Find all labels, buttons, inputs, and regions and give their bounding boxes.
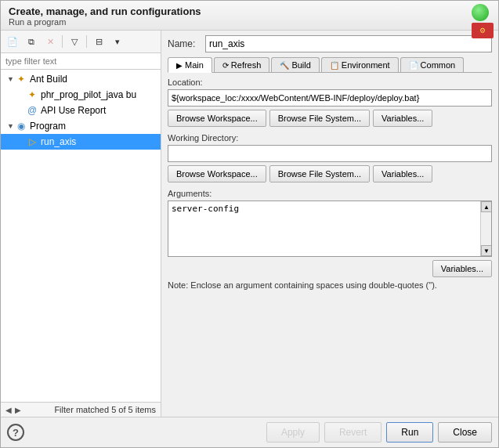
filter-button[interactable]: ▽ (66, 33, 83, 50)
tree-item-ant-build[interactable]: ▼ ✦ Ant Build (1, 71, 161, 87)
title-bar: Create, manage, and run configurations R… (1, 1, 498, 31)
browse-workspace-1-button[interactable]: Browse Workspace... (168, 110, 266, 127)
delete-config-button[interactable]: ✕ (42, 33, 59, 50)
variables-2-button[interactable]: Variables... (373, 165, 432, 182)
working-dir-input[interactable] (168, 145, 492, 162)
tab-content-main: Location: Browse Workspace... Browse Fil… (168, 78, 492, 412)
main-tab-icon: ▶ (176, 61, 183, 70)
refresh-tab-icon: ⟳ (222, 61, 229, 70)
browse-workspace-2-button[interactable]: Browse Workspace... (168, 165, 266, 182)
run-button[interactable]: Run (386, 422, 433, 443)
phr-prog-label: phr_prog_pilot_java bu (41, 89, 136, 100)
location-section: Location: Browse Workspace... Browse Fil… (168, 78, 492, 127)
delete-icon: ✕ (47, 37, 54, 47)
tree-item-run-axis[interactable]: ▷ run_axis (1, 134, 161, 150)
dialog-subtitle: Run a program (9, 17, 451, 27)
new-icon: 📄 (7, 37, 18, 47)
location-input[interactable] (168, 89, 492, 107)
tab-common[interactable]: 📄 Common (400, 57, 465, 72)
variables-3-row: Variables... (168, 260, 492, 277)
note-text: Note: Enclose an argument containing spa… (168, 280, 492, 290)
run-icon (472, 4, 489, 21)
common-tab-label: Common (421, 60, 456, 70)
arguments-scrollbar: ▲ ▼ (480, 201, 491, 256)
tree-item-api-use[interactable]: @ API Use Report (1, 103, 161, 118)
close-button[interactable]: Close (438, 422, 492, 443)
more-button[interactable]: ▾ (109, 33, 126, 50)
name-label: Name: (168, 38, 201, 49)
tab-main[interactable]: ▶ Main (168, 57, 212, 73)
separator-2 (86, 35, 87, 48)
copy-config-button[interactable]: ⧉ (23, 33, 40, 50)
bottom-action-buttons: Apply Revert Run Close (266, 422, 492, 443)
scroll-up-arrow[interactable]: ▲ (481, 201, 492, 212)
run-configurations-dialog: Create, manage, and run configurations R… (0, 0, 499, 448)
phr-icon: ✦ (26, 89, 38, 101)
refresh-tab-label: Refresh (231, 60, 262, 70)
toolbox-icon: ⚙ (472, 23, 494, 38)
build-tab-icon: 🔨 (280, 61, 289, 70)
bottom-bar: ? Apply Revert Run Close (1, 417, 498, 447)
build-tab-label: Build (291, 60, 310, 70)
arguments-input[interactable]: server-config (168, 201, 479, 256)
tab-environment[interactable]: 📋 Environment (321, 57, 399, 72)
name-row: Name: (168, 35, 492, 52)
right-panel: Name: ▶ Main ⟳ Refresh 🔨 Build 📋 (161, 31, 498, 417)
dialog-title: Create, manage, and run configurations (9, 5, 451, 17)
left-panel: 📄 ⧉ ✕ ▽ ⊟ ▾ (1, 31, 161, 417)
status-bar: ◀ ▶ Filter matched 5 of 5 items (1, 402, 161, 417)
main-content: 📄 ⧉ ✕ ▽ ⊟ ▾ (1, 31, 498, 417)
working-dir-label: Working Directory: (168, 133, 492, 143)
tree-item-phr-prog[interactable]: ✦ phr_prog_pilot_java bu (1, 87, 161, 103)
program-icon: ◉ (15, 120, 27, 132)
program-expand-icon: ▼ (7, 122, 15, 130)
run-axis-icon: ▷ (26, 135, 38, 148)
location-buttons: Browse Workspace... Browse File System..… (168, 110, 492, 127)
help-button[interactable]: ? (7, 424, 24, 441)
arguments-container: server-config ▲ ▼ (168, 201, 492, 257)
env-tab-label: Environment (342, 60, 390, 70)
run-axis-label: run_axis (41, 136, 76, 147)
common-tab-icon: 📄 (409, 61, 418, 70)
filter-status: Filter matched 5 of 5 items (54, 405, 156, 414)
more-icon: ▾ (115, 37, 120, 47)
ant-icon: ✦ (15, 73, 27, 85)
program-label: Program (30, 121, 66, 132)
tab-build[interactable]: 🔨 Build (271, 57, 319, 72)
scroll-right-btn[interactable]: ▶ (15, 406, 21, 414)
name-input[interactable] (205, 35, 492, 52)
variables-1-button[interactable]: Variables... (373, 110, 432, 127)
api-icon: @ (26, 104, 38, 117)
tree-item-program[interactable]: ▼ ◉ Program (1, 118, 161, 134)
expand-ant-icon: ▼ (7, 75, 15, 83)
separator-1 (62, 35, 63, 48)
copy-icon: ⧉ (28, 37, 34, 47)
working-dir-buttons: Browse Workspace... Browse File System..… (168, 165, 492, 182)
tab-refresh[interactable]: ⟳ Refresh (214, 57, 270, 72)
tabs: ▶ Main ⟳ Refresh 🔨 Build 📋 Environment 📄 (168, 57, 492, 73)
location-label: Location: (168, 78, 492, 87)
ant-build-label: Ant Build (30, 74, 67, 85)
tree-area: ▼ ✦ Ant Build ✦ phr_prog_pilot_java bu @ (1, 70, 161, 402)
scroll-track (481, 212, 491, 245)
browse-filesystem-1-button[interactable]: Browse File System... (269, 110, 370, 127)
arguments-section: Arguments: server-config ▲ ▼ Variables..… (168, 189, 492, 290)
filter-icon: ▽ (71, 37, 78, 47)
collapse-icon: ⊟ (96, 37, 103, 47)
scroll-down-arrow[interactable]: ▼ (481, 245, 492, 256)
revert-button[interactable]: Revert (324, 422, 381, 443)
apply-button[interactable]: Apply (266, 422, 320, 443)
left-toolbar: 📄 ⧉ ✕ ▽ ⊟ ▾ (1, 31, 161, 53)
working-dir-section: Working Directory: Browse Workspace... B… (168, 133, 492, 182)
title-icons: ⚙ (472, 4, 494, 38)
collapse-all-button[interactable]: ⊟ (90, 33, 107, 50)
arguments-label: Arguments: (168, 189, 492, 198)
scroll-left-btn[interactable]: ◀ (5, 406, 12, 414)
variables-3-button[interactable]: Variables... (432, 260, 492, 277)
browse-filesystem-2-button[interactable]: Browse File System... (269, 165, 370, 182)
filter-input[interactable] (1, 53, 161, 70)
env-tab-icon: 📋 (330, 61, 339, 70)
new-config-button[interactable]: 📄 (4, 33, 21, 50)
main-tab-label: Main (185, 60, 204, 70)
api-use-label: API Use Report (41, 105, 106, 116)
